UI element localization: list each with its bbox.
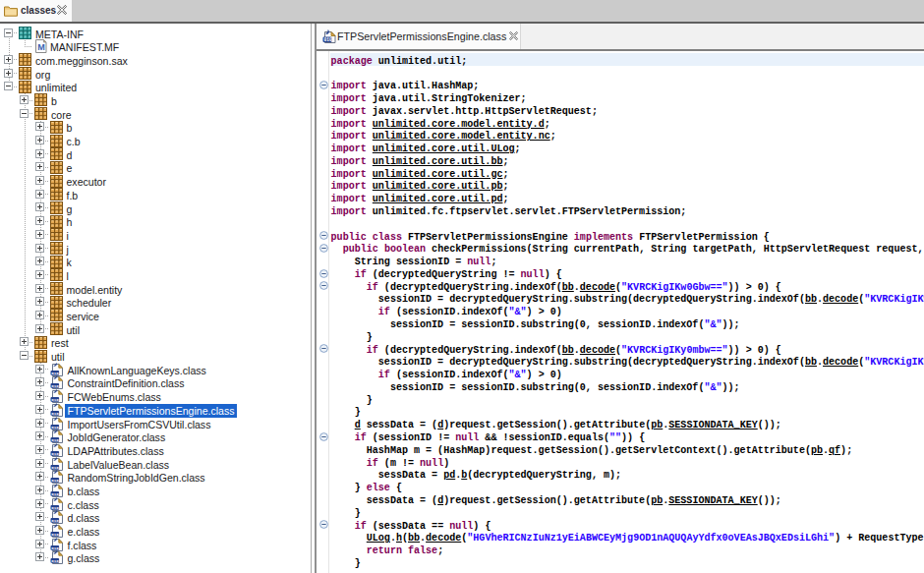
svg-text:010: 010	[51, 438, 59, 442]
svg-text:010: 010	[51, 479, 59, 483]
svg-text:010: 010	[323, 37, 332, 42]
svg-text:010: 010	[51, 452, 59, 456]
svg-text:010: 010	[51, 412, 59, 416]
svg-text:010: 010	[51, 372, 59, 375]
svg-text:010: 010	[51, 559, 59, 563]
svg-text:010: 010	[51, 519, 59, 523]
svg-text:M: M	[37, 42, 45, 52]
svg-text:010: 010	[51, 398, 59, 402]
svg-text:010: 010	[51, 492, 59, 496]
svg-text:010: 010	[51, 546, 59, 550]
svg-text:010: 010	[51, 506, 59, 510]
svg-text:010: 010	[51, 384, 59, 388]
svg-text:010: 010	[51, 466, 59, 470]
svg-text:010: 010	[51, 426, 59, 430]
svg-text:010: 010	[51, 533, 59, 537]
